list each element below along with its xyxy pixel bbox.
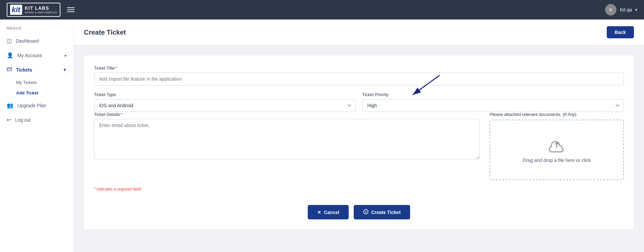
content-area: Create Ticket Back Ticket Title* Ticket … bbox=[74, 19, 644, 252]
ticket-type-col: Ticket Type iOS and Android Web Mobile D… bbox=[94, 92, 356, 112]
page-title: Create Ticket bbox=[84, 29, 126, 36]
chevron-down-icon[interactable]: ▾ bbox=[635, 7, 637, 12]
ticket-priority-col: Ticket Priority Low Medium High Critical bbox=[362, 92, 624, 112]
person-icon: 👤 bbox=[7, 52, 13, 58]
upload-col: Please attached relevant documents. (If … bbox=[490, 112, 624, 180]
upgrade-icon: 👥 bbox=[7, 102, 13, 109]
ticket-title-input[interactable] bbox=[94, 73, 624, 85]
logo-name: KIT LABS bbox=[25, 5, 57, 11]
cancel-button[interactable]: ✕ Cancel bbox=[308, 205, 349, 219]
cancel-x-icon: ✕ bbox=[317, 210, 321, 215]
ticket-details-textarea[interactable] bbox=[94, 119, 480, 159]
ticket-title-label: Ticket Title* bbox=[94, 66, 624, 71]
logo-text-block: KIT LABS Mobile & Web Platforms bbox=[25, 5, 57, 14]
ticket-priority-label: Ticket Priority bbox=[362, 92, 624, 97]
sidebar-item-upgrade-plan[interactable]: 👥 Upgrade Plan bbox=[0, 98, 73, 113]
logo[interactable]: kit KIT LABS Mobile & Web Platforms bbox=[7, 3, 60, 17]
logout-icon: ↩ bbox=[7, 117, 11, 123]
back-button[interactable]: Back bbox=[607, 26, 634, 38]
sidebar-item-tickets[interactable]: Tickets ▼ bbox=[0, 62, 73, 77]
avatar: K bbox=[605, 4, 616, 15]
ticket-details-col: Ticket Details* bbox=[94, 112, 480, 180]
ticket-details-label: Ticket Details* bbox=[94, 112, 480, 117]
dashboard-icon: ◫ bbox=[7, 38, 12, 44]
sidebar-item-label: My Account bbox=[17, 53, 42, 58]
ticket-type-label: Ticket Type bbox=[94, 92, 356, 97]
main-layout: MENUS ◫ Dashboard 👤 My Account ▸ Tickets… bbox=[0, 19, 644, 252]
sidebar-menus-label: MENUS bbox=[0, 26, 73, 34]
create-check-icon bbox=[363, 209, 368, 215]
page-header: Create Ticket Back bbox=[74, 19, 644, 45]
chevron-right-icon: ▸ bbox=[65, 53, 67, 58]
sidebar-item-label: Log out bbox=[15, 117, 31, 123]
required-note: * indicates a required field! bbox=[94, 187, 624, 192]
form-footer: ✕ Cancel Create Ticket bbox=[94, 202, 624, 219]
svg-rect-0 bbox=[7, 68, 11, 71]
create-ticket-label: Create Ticket bbox=[371, 210, 401, 215]
details-upload-section: Ticket Details* Please attached relevant… bbox=[94, 112, 624, 180]
ticket-type-select[interactable]: iOS and Android Web Mobile Desktop bbox=[94, 99, 356, 112]
sidebar-sub-tickets: My Tickets Add Ticket bbox=[0, 77, 73, 98]
logo-sub: Mobile & Web Platforms bbox=[25, 11, 57, 14]
form-card: Ticket Title* Ticket Type iOS and Androi… bbox=[84, 55, 634, 229]
sidebar-item-my-tickets[interactable]: My Tickets bbox=[16, 77, 73, 88]
sidebar-item-log-out[interactable]: ↩ Log out bbox=[0, 113, 73, 127]
file-upload-area[interactable]: Drag and drop a file here or click bbox=[490, 120, 624, 180]
cancel-label: Cancel bbox=[324, 210, 339, 215]
hamburger-menu[interactable] bbox=[67, 7, 75, 12]
user-name: Kit qa bbox=[620, 7, 632, 12]
sidebar-item-my-account[interactable]: 👤 My Account ▸ bbox=[0, 48, 73, 62]
nav-right: K Kit qa ▾ bbox=[605, 4, 637, 15]
sidebar-item-add-ticket[interactable]: Add Ticket bbox=[16, 88, 73, 98]
nav-left: kit KIT LABS Mobile & Web Platforms bbox=[7, 3, 75, 17]
tickets-icon bbox=[7, 67, 12, 73]
sidebar: MENUS ◫ Dashboard 👤 My Account ▸ Tickets… bbox=[0, 19, 74, 252]
top-nav: kit KIT LABS Mobile & Web Platforms K Ki… bbox=[0, 0, 644, 19]
type-priority-row: Ticket Type iOS and Android Web Mobile D… bbox=[94, 92, 624, 112]
create-ticket-button[interactable]: Create Ticket bbox=[354, 205, 410, 219]
sidebar-item-label: Tickets bbox=[16, 67, 32, 73]
sidebar-item-label: Dashboard bbox=[16, 38, 39, 44]
logo-kit-text: kit bbox=[10, 5, 22, 15]
chevron-down-icon: ▼ bbox=[63, 68, 67, 72]
form-area: Ticket Title* Ticket Type iOS and Androi… bbox=[74, 45, 644, 240]
ticket-title-group: Ticket Title* bbox=[94, 66, 624, 85]
sidebar-item-label: Upgrade Plan bbox=[17, 103, 46, 108]
sidebar-item-dashboard[interactable]: ◫ Dashboard bbox=[0, 34, 73, 48]
upload-text: Drag and drop a file here or click bbox=[523, 158, 591, 163]
ticket-priority-select[interactable]: Low Medium High Critical bbox=[362, 99, 624, 112]
upload-cloud-icon bbox=[549, 137, 565, 154]
upload-label: Please attached relevant documents. (If … bbox=[490, 112, 624, 117]
